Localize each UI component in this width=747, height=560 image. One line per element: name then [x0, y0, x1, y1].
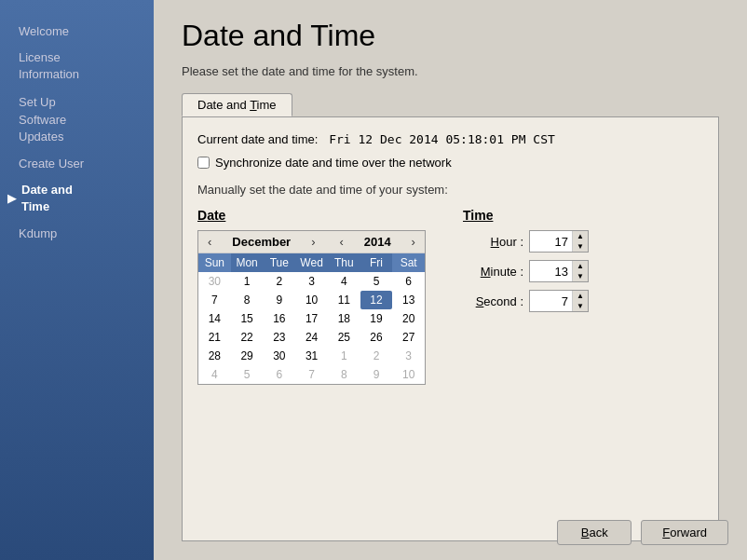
date-section-title: Date: [197, 208, 426, 223]
hour-input[interactable]: [530, 233, 572, 251]
calendar-day[interactable]: 5: [231, 365, 264, 384]
next-year-btn[interactable]: ›: [408, 235, 419, 249]
sidebar-item-software-updates[interactable]: Set UpSoftwareUpdates: [0, 89, 154, 151]
current-datetime-label: Current date and time:: [197, 132, 318, 146]
calendar-day[interactable]: 31: [295, 347, 328, 365]
calendar-day[interactable]: 15: [231, 309, 264, 328]
calendar-day[interactable]: 10: [295, 291, 328, 309]
calendar-day[interactable]: 22: [231, 328, 264, 347]
calendar-day[interactable]: 27: [392, 328, 425, 347]
calendar-day[interactable]: 8: [328, 365, 360, 384]
calendar-day[interactable]: 6: [264, 365, 296, 384]
bottom-bar: Back Forward: [557, 520, 728, 545]
minute-up-btn[interactable]: ▲: [573, 261, 588, 271]
sync-label[interactable]: Synchronize date and time over the netwo…: [215, 156, 452, 170]
minute-down-btn[interactable]: ▼: [573, 271, 588, 281]
second-input[interactable]: [530, 293, 572, 310]
hour-down-btn[interactable]: ▼: [573, 241, 588, 252]
calendar-day[interactable]: 11: [328, 291, 360, 309]
subtitle: Please set the date and time for the sys…: [182, 64, 719, 78]
calendar-day[interactable]: 21: [198, 328, 231, 347]
weekday-mon: Mon: [231, 253, 264, 272]
second-spinner-btns: ▲ ▼: [572, 291, 588, 311]
second-label: Second :: [463, 294, 523, 308]
second-up-btn[interactable]: ▲: [573, 291, 588, 301]
calendar-day[interactable]: 4: [198, 365, 231, 384]
sidebar-item-label: Set UpSoftwareUpdates: [19, 94, 66, 145]
calendar-day[interactable]: 23: [264, 328, 296, 347]
calendar-day[interactable]: 13: [392, 291, 425, 309]
tab-label: Date and Time: [197, 98, 277, 112]
forward-button[interactable]: Forward: [641, 520, 728, 545]
calendar-day[interactable]: 12: [360, 291, 393, 309]
calendar-month: December: [232, 235, 291, 249]
sidebar-item-license-info[interactable]: LicenseInformation: [0, 44, 154, 89]
sync-checkbox[interactable]: [197, 157, 210, 169]
calendar-day[interactable]: 29: [231, 347, 264, 365]
sidebar-item-label: LicenseInformation: [19, 49, 79, 83]
calendar-day[interactable]: 1: [328, 347, 360, 365]
calendar-day[interactable]: 28: [198, 347, 231, 365]
tab-date-time[interactable]: Date and Time: [182, 93, 292, 116]
date-section: Date ‹ December › ‹ 2014 › Sun: [197, 208, 426, 385]
hour-up-btn[interactable]: ▲: [573, 231, 588, 241]
calendar-day[interactable]: 7: [198, 291, 231, 309]
hour-label: Hour :: [463, 235, 523, 249]
sidebar-item-kdump[interactable]: Kdump: [0, 221, 154, 246]
weekday-tue: Tue: [264, 253, 296, 272]
tab-bar: Date and Time: [182, 93, 719, 116]
manual-label: Manually set the date and time of your s…: [197, 183, 703, 197]
weekday-thu: Thu: [328, 253, 360, 272]
calendar-day[interactable]: 2: [360, 347, 393, 365]
calendar-day[interactable]: 18: [328, 309, 360, 328]
second-spinner: ▲ ▼: [529, 290, 589, 312]
calendar-day[interactable]: 19: [360, 309, 393, 328]
hour-row: Hour : ▲ ▼: [463, 230, 589, 253]
back-button[interactable]: Back: [557, 520, 632, 545]
calendar-day[interactable]: 30: [264, 347, 296, 365]
calendar-day[interactable]: 24: [295, 328, 328, 347]
hour-spinner: ▲ ▼: [529, 230, 589, 253]
calendar-day[interactable]: 30: [198, 272, 231, 291]
minute-input[interactable]: [530, 263, 572, 280]
calendar-day[interactable]: 1: [231, 272, 264, 291]
minute-label: Minute :: [463, 265, 523, 279]
next-month-btn[interactable]: ›: [307, 235, 319, 249]
calendar-day[interactable]: 9: [264, 291, 296, 309]
current-datetime-row: Current date and time: Fri 12 Dec 2014 0…: [197, 132, 703, 146]
tab-content: Current date and time: Fri 12 Dec 2014 0…: [182, 116, 719, 541]
weekday-sun: Sun: [198, 253, 231, 272]
prev-year-btn[interactable]: ‹: [335, 235, 346, 249]
sidebar-item-label: Create User: [19, 157, 84, 171]
calendar-day[interactable]: 3: [295, 272, 328, 291]
calendar-day[interactable]: 14: [198, 309, 231, 328]
time-section: Time Hour : ▲ ▼ Minute :: [463, 208, 589, 320]
hour-spinner-btns: ▲ ▼: [572, 231, 588, 252]
second-down-btn[interactable]: ▼: [573, 301, 588, 311]
calendar-day[interactable]: 7: [295, 365, 328, 384]
calendar-day[interactable]: 20: [392, 309, 425, 328]
calendar-day[interactable]: 2: [264, 272, 296, 291]
prev-month-btn[interactable]: ‹: [204, 235, 215, 249]
calendar-day[interactable]: 10: [392, 365, 425, 384]
calendar: ‹ December › ‹ 2014 › Sun Mon Tue: [197, 230, 426, 385]
calendar-day[interactable]: 17: [295, 309, 328, 328]
sidebar-item-label: Date andTime: [21, 182, 73, 215]
calendar-day[interactable]: 5: [360, 272, 393, 291]
calendar-day[interactable]: 16: [264, 309, 296, 328]
calendar-day[interactable]: 3: [392, 347, 425, 365]
calendar-nav: ‹ December › ‹ 2014 ›: [198, 231, 425, 253]
calendar-day[interactable]: 26: [360, 328, 393, 347]
sidebar-item-create-user[interactable]: Create User: [0, 151, 154, 176]
sidebar-item-welcome[interactable]: Welcome: [0, 19, 154, 44]
calendar-day[interactable]: 25: [328, 328, 360, 347]
sidebar-item-date-time[interactable]: ▶ Date andTime: [0, 176, 154, 221]
calendar-day[interactable]: 6: [392, 272, 425, 291]
calendar-day[interactable]: 9: [360, 365, 393, 384]
calendar-day[interactable]: 4: [328, 272, 360, 291]
time-section-title: Time: [463, 208, 589, 223]
calendar-day[interactable]: 8: [231, 291, 264, 309]
sidebar-item-label: Kdump: [19, 226, 57, 240]
weekday-wed: Wed: [295, 253, 328, 272]
active-arrow-icon: ▶: [7, 191, 16, 207]
